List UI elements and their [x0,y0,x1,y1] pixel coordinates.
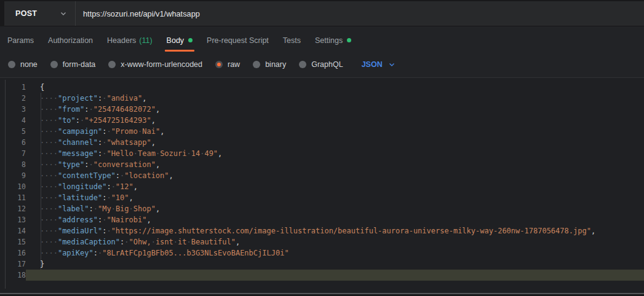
raw-body-editor[interactable]: 1{2····"project":·"andiva",3····"from":·… [0,77,644,293]
code-line[interactable]: 11····"latitude":·"10", [0,192,644,203]
language-selector-label: JSON [362,60,383,69]
code-line[interactable]: 14····"mediaUrl":·"https://image.shutter… [0,225,644,236]
json-key: "project" [58,94,98,103]
tab-headers[interactable]: Headers(11) [107,29,153,52]
code-line[interactable]: 10····"longitude":·"12", [0,181,644,192]
json-comma: , [133,182,138,191]
tab-label: Headers [107,36,136,45]
horizontal-scrollbar[interactable] [0,293,644,294]
whitespace-dots: · [129,204,133,213]
postman-request-window: { "request_bar": { "method": "POST", "ur… [0,0,644,296]
json-key: "address" [58,216,98,224]
body-type-label: x-www-form-urlencoded [121,60,202,69]
code-line[interactable]: 6····"channel":·"whatsapp", [0,137,644,148]
code-line[interactable]: 1{ [0,82,644,93]
language-selector[interactable]: JSON [362,60,396,69]
whitespace-dots: · [200,149,204,158]
body-type-x-www-form-urlencoded[interactable]: x-www-form-urlencoded [108,60,202,69]
line-content: ····"mediaCaption":·"Ohw,·isnt·it·Beauti… [26,236,644,247]
code-line[interactable]: 17} [0,259,644,270]
json-colon: : [106,182,111,191]
whitespace-dots: · [111,204,116,213]
whitespace-dots: · [156,149,160,158]
json-string-value: "254746482072" [93,105,156,114]
code-line[interactable]: 8····"type":·"conversation", [0,159,644,170]
json-string-value: "whatsapp" [106,138,151,147]
line-number: 7 [0,148,26,159]
body-type-label: GraphQL [311,60,343,69]
tab-params[interactable]: Params [7,29,34,52]
line-content: ····"to":·"+254725164293", [26,115,644,126]
line-number: 1 [0,82,26,93]
radio-icon [108,61,116,68]
code-line[interactable]: 2····"project":·"andiva", [0,93,644,104]
line-content: ····"apiKey":·"8LrAtFCp1gBFb05...b3G3NLs… [26,247,644,259]
body-type-binary[interactable]: binary [253,60,286,69]
code-line[interactable]: 13····"address":·"Nairobi", [0,214,644,225]
json-string-value: "location" [124,171,169,180]
tab-body[interactable]: Body [167,29,193,52]
radio-icon [8,61,15,68]
json-comma: , [591,227,595,235]
line-number: 16 [0,247,26,259]
json-colon: : [89,204,93,213]
json-key: "label" [58,204,89,213]
whitespace-dots: · [106,127,111,136]
line-number: 12 [0,203,26,214]
code-line[interactable]: 9····"contentType":·"location", [0,170,644,181]
json-string-value: "My·Big·Shop" [98,204,156,213]
json-string-value: "Ohw,·isnt·it·Beautiful" [129,238,236,246]
body-type-raw[interactable]: raw [215,60,240,69]
json-comma: , [156,160,160,169]
green-dot-icon [347,38,351,42]
request-tabs: ParamsAuthorizationHeaders(11)BodyPre-re… [0,26,644,52]
json-comma: , [169,171,173,180]
tab-settings[interactable]: Settings [315,29,351,52]
request-bar: POST https://sozuri.net/api/v1/whatsapp [4,1,644,26]
code-line[interactable]: 3····"from":·"254746482072", [0,104,644,115]
line-content: ····"label":·"My·Big·Shop", [26,203,644,214]
line-content: } [26,259,644,270]
tab-tests[interactable]: Tests [283,29,301,52]
line-content: { [26,82,644,93]
whitespace-dots: · [133,149,138,158]
whitespace-dots: ···· [40,182,58,191]
line-content: ····"longitude":·"12", [26,181,644,192]
code-line[interactable]: 15····"mediaCaption":·"Ohw,·isnt·it·Beau… [0,236,644,247]
line-content: ····"campaign":·"Promo·Nai", [26,126,644,137]
line-number: 4 [0,115,26,126]
whitespace-dots: · [89,160,93,169]
editor-left-border [5,80,6,289]
code-line[interactable]: 7····"message":·"Hello·Team·Sozuri·14·49… [0,148,644,159]
code-line[interactable]: 12····"label":·"My·Big·Shop", [0,203,644,214]
method-selector[interactable]: POST [4,1,76,26]
json-string-value: "Hello·Team·Sozuri·14·49" [106,149,218,158]
tab-pre-request-script[interactable]: Pre-request Script [207,29,269,52]
radio-icon [50,61,58,68]
code-line[interactable]: 16····"apiKey":·"8LrAtFCp1gBFb05...b3G3N… [0,247,644,259]
code-line[interactable]: 5····"campaign":·"Promo·Nai", [0,126,644,137]
url-input[interactable]: https://sozuri.net/api/v1/whatsapp [76,1,644,26]
code-line[interactable]: 4····"to":·"+254725164293", [0,115,644,126]
line-content [26,270,644,281]
whitespace-dots: · [111,182,116,191]
body-type-graphql[interactable]: GraphQL [299,60,343,69]
line-number: 11 [0,192,26,203]
line-number: 18 [0,270,26,281]
tab-authorization[interactable]: Authorization [48,29,93,52]
line-content: ····"project":·"andiva", [26,93,644,104]
json-comma: , [129,193,133,202]
whitespace-dots: ···· [40,160,58,169]
json-comma: , [146,216,151,224]
body-type-form-data[interactable]: form-data [50,60,96,69]
whitespace-dots: ···· [40,216,58,224]
body-type-label: binary [265,60,286,69]
whitespace-dots: ···· [40,204,58,213]
whitespace-dots: · [106,193,111,202]
json-string-value: "+254725164293" [84,116,151,125]
body-type-none[interactable]: none [8,60,38,69]
code-line[interactable]: 18 [0,270,644,281]
json-string-value: "10" [111,193,129,202]
json-key: "campaign" [58,127,102,136]
tab-label: Body [167,36,185,45]
